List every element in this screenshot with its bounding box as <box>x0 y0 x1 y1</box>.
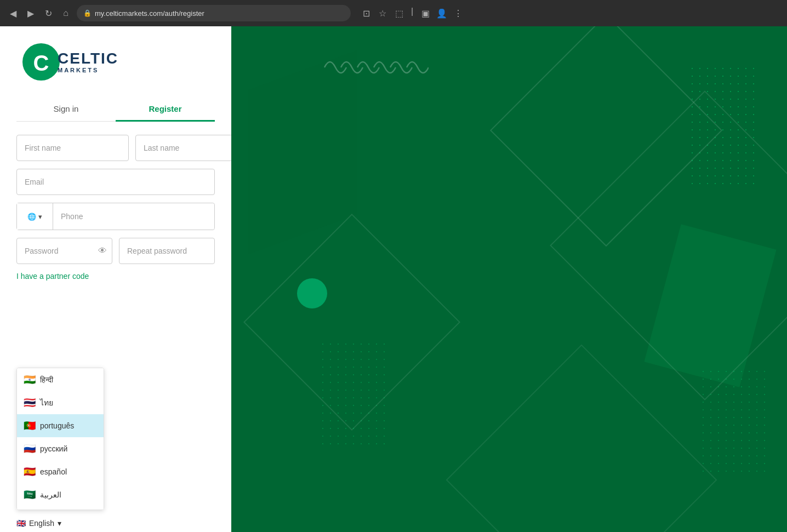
language-option[interactable]: 🇲🇾Melayu <box>17 506 104 510</box>
tab-signin[interactable]: Sign in <box>16 98 116 122</box>
logo-svg: C <box>22 43 60 81</box>
translate-icon[interactable]: ⊡ <box>360 7 373 20</box>
phone-row: 🌐 ▾ <box>16 203 215 230</box>
language-dropdown-container: 🇮🇳हिन्दी🇹🇭ไทย🇵🇹português🇷🇺русский🇪🇸españ… <box>16 514 61 532</box>
sidebar-icon[interactable]: ▣ <box>419 7 432 20</box>
name-row <box>16 135 215 161</box>
browser-chrome: ◀ ▶ ↻ ⌂ 🔒 my.celticmarkets.com/auth/regi… <box>0 0 787 26</box>
dot-grid-left-bottom <box>319 340 390 450</box>
logo-brand: CELTIC <box>58 51 118 66</box>
logo-text: CELTIC MARKETS <box>58 51 118 73</box>
home-button[interactable]: ⌂ <box>59 7 72 20</box>
bookmark-icon[interactable]: ☆ <box>376 7 389 20</box>
language-option[interactable]: 🇸🇦العربية <box>17 483 104 506</box>
dot-grid-right <box>688 65 760 185</box>
address-bar[interactable]: 🔒 my.celticmarkets.com/auth/register <box>77 5 351 21</box>
language-option[interactable]: 🇹🇭ไทย <box>17 391 104 414</box>
forward-button[interactable]: ▶ <box>24 7 37 20</box>
wave-decoration <box>319 51 429 84</box>
chevron-icon: ▾ <box>38 213 42 221</box>
language-option[interactable]: 🇷🇺русский <box>17 437 104 460</box>
deco-circle-1 <box>297 278 327 308</box>
password-field: 👁 <box>16 238 112 264</box>
lock-icon: 🔒 <box>83 9 92 17</box>
phone-flag-select[interactable]: 🌐 ▾ <box>17 203 53 230</box>
svg-text:C: C <box>33 51 49 75</box>
language-option[interactable]: 🇮🇳हिन्दी <box>17 368 104 391</box>
left-panel: C CELTIC MARKETS Sign in Register <box>0 26 231 532</box>
language-selector[interactable]: 🇬🇧 English ▾ <box>16 514 61 532</box>
logo-sub: MARKETS <box>58 67 118 73</box>
tab-register[interactable]: Register <box>116 98 215 122</box>
refresh-button[interactable]: ↻ <box>42 7 55 20</box>
form-area: 🌐 ▾ 👁 I have a partner code <box>16 135 215 288</box>
current-language-label: English <box>29 519 54 528</box>
first-name-input[interactable] <box>16 135 129 161</box>
flag-icon: 🌐 <box>27 213 36 221</box>
language-dropdown-menu[interactable]: 🇮🇳हिन्दी🇹🇭ไทย🇵🇹português🇷🇺русский🇪🇸españ… <box>16 368 104 510</box>
repeat-password-input[interactable] <box>119 238 215 264</box>
email-input[interactable] <box>16 169 215 195</box>
menu-icon[interactable]: ⋮ <box>452 7 465 20</box>
language-option[interactable]: 🇵🇹português <box>17 414 104 437</box>
extension-icon[interactable]: ⬚ <box>392 7 406 20</box>
right-panel: // dots generated inline <box>231 26 787 532</box>
repeat-password-field <box>119 238 215 264</box>
language-option[interactable]: 🇪🇸español <box>17 460 104 483</box>
logo-container: C CELTIC MARKETS <box>22 43 118 81</box>
profile-icon[interactable]: 👤 <box>435 7 448 20</box>
main-layout: C CELTIC MARKETS Sign in Register <box>0 26 787 532</box>
eye-icon[interactable]: 👁 <box>98 246 107 256</box>
language-chevron: ▾ <box>58 519 61 528</box>
back-button[interactable]: ◀ <box>7 7 20 20</box>
tabs: Sign in Register <box>16 98 215 122</box>
password-row: 👁 <box>16 238 215 264</box>
dot-grid-right-bottom <box>699 368 771 477</box>
logo-area: C CELTIC MARKETS <box>22 43 118 81</box>
chrome-icons: ⊡ ☆ ⬚ | ▣ 👤 ⋮ <box>360 7 465 20</box>
phone-input[interactable] <box>53 203 214 230</box>
url-text: my.celticmarkets.com/auth/register <box>95 9 204 18</box>
current-language-flag: 🇬🇧 <box>16 519 26 528</box>
partner-code-link[interactable]: I have a partner code <box>16 272 215 281</box>
